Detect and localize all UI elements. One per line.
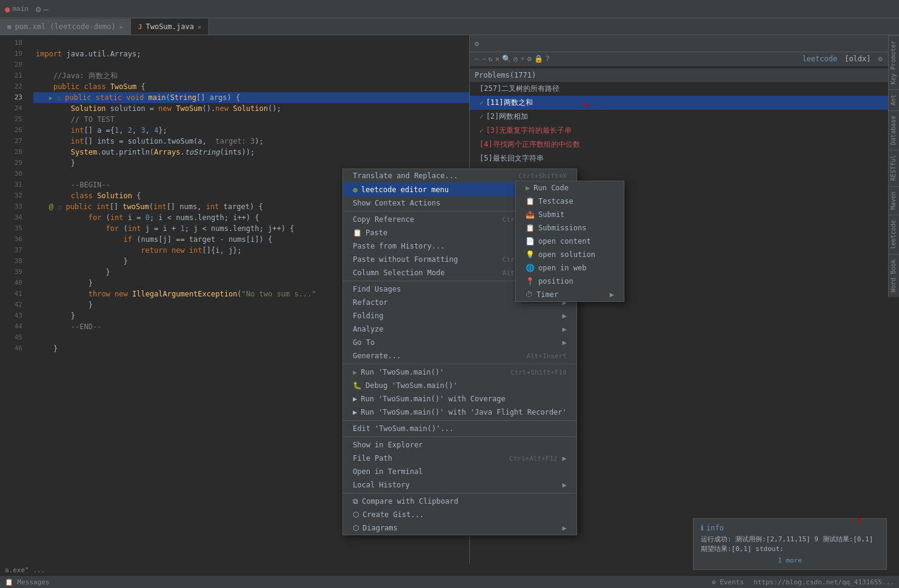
line-num-37: 37 [0, 245, 27, 256]
minimize-icon[interactable]: — [43, 4, 48, 14]
translate-shortcut: Ctrl+Shift+X [518, 172, 566, 180]
menu-generate[interactable]: Generate... Alt+Insert [343, 349, 576, 362]
toolbar-search-icon[interactable]: 🔍 [502, 55, 511, 63]
side-tab-maven[interactable]: Maven [889, 186, 899, 215]
toolbar-lock-icon[interactable]: 🔒 [534, 55, 543, 63]
toolbar-circle-icon[interactable]: ◎ [513, 55, 518, 63]
menu-create-gist[interactable]: ⬡ Create Gist... [343, 508, 576, 521]
submenu-submissions[interactable]: 📋 Submissions [516, 221, 624, 235]
url-text: https://blog.csdn.net/qq_4131655... [754, 578, 894, 586]
line-num-21: 21 [0, 70, 27, 81]
translate-label: Translate and Replace... [353, 172, 458, 180]
line-num-25: 25 [0, 114, 27, 125]
menu-file-path[interactable]: File Path Ctrl+Alt+F12 ▶ [343, 452, 576, 465]
line-num-26: 26 [0, 125, 27, 136]
toolbar-refresh-icon[interactable]: ↻ [488, 55, 492, 63]
submenu-open-content[interactable]: 📄 open content [516, 235, 624, 248]
problem-item-5[interactable]: [5]最长回文字符串 [470, 152, 899, 165]
toolbar-back-icon[interactable]: ← [475, 55, 479, 63]
run-jfr-label: Run 'TwoSum.main()' with 'Java Flight Re… [361, 408, 567, 416]
problem-3-label: [3]无重复字符的最长子串 [486, 125, 572, 136]
menu-run-main[interactable]: ▶ Run 'TwoSum.main()' Ctrl+Shift+F10 [343, 366, 576, 379]
diagrams-arrow: ▶ [563, 524, 567, 532]
events-tab[interactable]: ⚙ Events [712, 578, 744, 586]
side-tab-key-promoter[interactable]: Key Promoter [889, 35, 899, 89]
problem-item-257[interactable]: [257]二叉树的所有路径 [470, 82, 899, 96]
menu-analyze[interactable]: Analyze ▶ [343, 322, 576, 336]
open-web-icon: 🌐 [526, 264, 535, 272]
info-notification: ℹ info 运行成功: 测试用例:[2,7,11,15] 9 测试结果:[0,… [693, 518, 887, 570]
line-num-27: 27 [0, 136, 27, 147]
problem-4-label: [4]寻找两个正序数组的中位数 [480, 139, 580, 150]
code-line-18: 18 [33, 38, 469, 48]
tab-twosum-close[interactable]: ✕ [198, 24, 201, 30]
submenu-timer[interactable]: ⏱ Timer ▶ [516, 288, 624, 301]
tab-pom-close[interactable]: ✕ [119, 24, 123, 30]
toolbar-lightning-icon[interactable]: ⚡ [520, 55, 524, 63]
submenu-testcase[interactable]: 📋 Testcase [516, 195, 624, 208]
right-toolbar: ⚙ — [470, 35, 899, 52]
line-num-18: 18 [0, 38, 27, 48]
timer-arrow: ▶ [610, 290, 614, 299]
submit-icon: 📤 [526, 210, 535, 219]
problem-item-2[interactable]: ✓ [2]网数相加 [470, 110, 899, 124]
problems-title: Problems(1771) [475, 71, 536, 79]
side-tab-ant[interactable]: Ant [889, 89, 899, 110]
submenu-submit[interactable]: 📤 Submit [516, 208, 624, 221]
problem-item-4[interactable]: [4]寻找两个正序数组的中位数 [470, 138, 899, 152]
run-main-label: Run 'TwoSum.main()' [361, 368, 444, 376]
submenu-position[interactable]: 📍 position [516, 275, 624, 288]
folding-arrow: ▶ [563, 312, 567, 320]
run-code-label: Run Code [533, 184, 569, 192]
toolbar-gear-icon[interactable]: ⚙ [527, 55, 531, 63]
menu-debug-main[interactable]: 🐛 Debug 'TwoSum.main()' [343, 379, 576, 392]
code-line-21: 21 //Java: 两数之和 [33, 70, 469, 81]
more-link[interactable]: 1 more [701, 554, 879, 564]
toolbar-fwd-icon[interactable]: → [481, 55, 486, 63]
menu-goto[interactable]: Go To ▶ [343, 336, 576, 349]
toolbar-help-icon[interactable]: ? [546, 55, 550, 63]
side-tab-word-book[interactable]: Word Book [889, 254, 899, 297]
side-tab-restful[interactable]: RESTful [889, 150, 899, 185]
menu-open-terminal[interactable]: Open in Terminal [343, 465, 576, 478]
tab-twosum-label: TwoSum.java [145, 22, 193, 31]
menu-local-history[interactable]: Local History ▶ [343, 478, 576, 492]
code-line-25: 25 // TO TEST [33, 114, 469, 125]
submenu-open-web[interactable]: 🌐 open in web [516, 261, 624, 275]
problem-item-11[interactable]: ✓ [11]两数之和 [470, 96, 899, 110]
side-tab-leetcode[interactable]: leetcode [889, 215, 899, 254]
menu-diagrams[interactable]: ⬡ Diagrams ▶ [343, 521, 576, 535]
line-num-45: 45 [0, 332, 27, 343]
line-num-36: 36 [0, 234, 27, 245]
problem-item-3[interactable]: ✓ [3]无重复字符的最长子串 [470, 124, 899, 138]
code-line-22: 22 public class TwoSum { [33, 81, 469, 92]
tab-twosum[interactable]: J TwoSum.java ✕ [131, 19, 209, 35]
line-num-39: 39 [0, 267, 27, 278]
submissions-label: Submissions [538, 224, 586, 232]
info-title: ℹ info [701, 524, 879, 532]
tab-twosum-icon: J [138, 23, 142, 31]
side-tab-database[interactable]: Database [889, 110, 899, 150]
tab-pom[interactable]: m pom.xml (leetcode-demo) ✕ [0, 19, 131, 35]
line-num-41: 41 [0, 289, 27, 299]
compare-clipboard-label: Compare with Clipboard [362, 497, 458, 506]
check-2: ✓ [480, 113, 484, 121]
menu-run-jfr[interactable]: ▶ Run 'TwoSum.main()' with 'Java Flight … [343, 406, 576, 419]
messages-tab[interactable]: 📋 Messages [5, 578, 50, 586]
line-num-28: 28 [0, 147, 27, 158]
submenu: ▶ Run Code 📋 Testcase 📤 Submit 📋 Submiss… [515, 181, 624, 302]
submissions-icon: 📋 [526, 224, 535, 232]
menu-folding[interactable]: Folding ▶ [343, 309, 576, 322]
submenu-run-code[interactable]: ▶ Run Code [516, 181, 624, 195]
menu-run-coverage[interactable]: ▶ Run 'TwoSum.main()' with Coverage [343, 392, 576, 406]
code-line-27: 27 int[] ints = solution.twoSum(a, targe… [33, 136, 469, 147]
open-terminal-label: Open in Terminal [353, 467, 423, 476]
menu-compare-clipboard[interactable]: ⧉ Compare with Clipboard [343, 495, 576, 508]
settings-icon[interactable]: ⚙ [36, 4, 41, 14]
menu-show-explorer[interactable]: Show in Explorer [343, 438, 576, 452]
right-settings2-icon[interactable]: ⚙ [878, 55, 883, 63]
menu-edit-main[interactable]: Edit 'TwoSum.main()'... [343, 422, 576, 435]
right-settings-icon[interactable]: ⚙ [475, 39, 479, 48]
submenu-open-solution[interactable]: 💡 open solution [516, 248, 624, 261]
toolbar-close-icon[interactable]: ✕ [495, 55, 500, 63]
